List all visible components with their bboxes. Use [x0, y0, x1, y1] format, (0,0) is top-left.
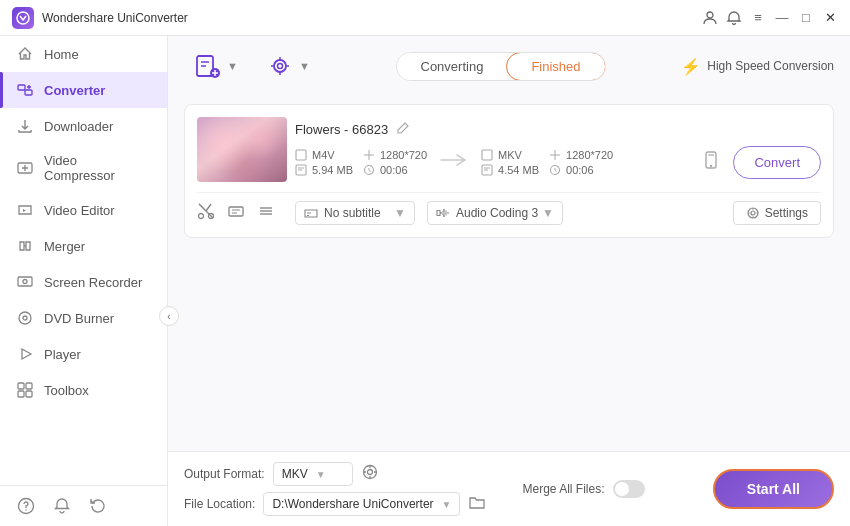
sidebar-label-dvd-burner: DVD Burner — [44, 311, 114, 326]
svg-rect-22 — [482, 150, 492, 160]
device-icon[interactable] — [697, 148, 725, 176]
converter-icon — [16, 81, 34, 99]
file-formats: M4V 5.94 MB — [295, 146, 821, 179]
bell-icon[interactable] — [52, 496, 72, 516]
audio-select[interactable]: Audio Coding 3 ▼ — [427, 201, 563, 225]
file-name-row: Flowers - 66823 — [295, 121, 821, 138]
notification-icon[interactable] — [726, 10, 742, 26]
target-size: 4.54 MB — [498, 164, 539, 176]
sidebar-item-converter[interactable]: Converter — [0, 72, 167, 108]
sidebar-collapse-button[interactable]: ‹ — [159, 306, 179, 326]
caption-icon[interactable] — [227, 202, 245, 224]
output-format-field: Output Format: MKV ▼ — [184, 462, 486, 486]
help-icon[interactable] — [16, 496, 36, 516]
target-duration: 00:06 — [566, 164, 594, 176]
speed-icon: ⚡ — [681, 57, 701, 76]
source-format-group: M4V 5.94 MB — [295, 149, 353, 176]
video-compressor-icon — [16, 159, 34, 177]
file-location-field: File Location: D:\Wondershare UniConvert… — [184, 492, 486, 516]
add-file-button[interactable]: ▼ — [184, 46, 248, 86]
file-location-value: D:\Wondershare UniConverter — [272, 497, 433, 511]
svg-rect-12 — [26, 391, 32, 397]
svg-point-34 — [751, 211, 755, 215]
file-location-select[interactable]: D:\Wondershare UniConverter ▼ — [263, 492, 460, 516]
svg-rect-9 — [18, 383, 24, 389]
close-icon[interactable]: ✕ — [822, 10, 838, 26]
subtitle-select[interactable]: No subtitle ▼ — [295, 201, 415, 225]
svg-point-14 — [25, 509, 26, 510]
audio-caret: ▼ — [542, 206, 554, 220]
settings-button[interactable]: ▼ — [256, 46, 320, 86]
tab-converting[interactable]: Converting — [397, 53, 508, 80]
output-format-label: Output Format: — [184, 467, 265, 481]
source-resolution-group: 1280*720 00:06 — [363, 149, 427, 176]
svg-rect-10 — [26, 383, 32, 389]
player-icon — [16, 345, 34, 363]
svg-point-6 — [23, 280, 27, 284]
source-size-row: 5.94 MB — [295, 164, 353, 176]
tab-finished[interactable]: Finished — [506, 52, 605, 81]
menu-icon[interactable]: ≡ — [750, 10, 766, 26]
audio-value: Audio Coding 3 — [456, 206, 538, 220]
sidebar-item-dvd-burner[interactable]: DVD Burner — [0, 300, 167, 336]
output-format-select[interactable]: MKV ▼ — [273, 462, 353, 486]
sidebar-label-downloader: Downloader — [44, 119, 113, 134]
sidebar-item-screen-recorder[interactable]: Screen Recorder — [0, 264, 167, 300]
svg-rect-5 — [18, 277, 32, 286]
titlebar: Wondershare UniConverter ≡ — □ ✕ — [0, 0, 850, 36]
sidebar-item-downloader[interactable]: Downloader — [0, 108, 167, 144]
app-body: Home Converter Downloader — [0, 36, 850, 526]
source-format-row: M4V — [295, 149, 353, 161]
sidebar-item-player[interactable]: Player — [0, 336, 167, 372]
sidebar-item-home[interactable]: Home — [0, 36, 167, 72]
svg-rect-3 — [25, 90, 32, 95]
svg-point-18 — [277, 64, 282, 69]
file-location-caret: ▼ — [442, 499, 452, 510]
target-resolution-row: 1280*720 — [549, 149, 613, 161]
sidebar-item-toolbox[interactable]: Toolbox — [0, 372, 167, 408]
settings-caret: ▼ — [299, 60, 310, 72]
more-options-icon[interactable] — [257, 202, 275, 224]
maximize-icon[interactable]: □ — [798, 10, 814, 26]
speed-label: High Speed Conversion — [707, 59, 834, 73]
refresh-icon[interactable] — [88, 496, 108, 516]
merge-files-toggle[interactable] — [613, 480, 645, 498]
merge-files-label: Merge All Files: — [522, 482, 604, 496]
svg-point-17 — [274, 60, 286, 72]
output-settings-icon[interactable] — [361, 463, 379, 485]
file-actions: No subtitle ▼ Audio Coding 3 ▼ — [197, 192, 821, 225]
file-thumbnail — [197, 117, 287, 182]
main-content: ▼ ▼ Converting Finished ⚡ High Speed Con… — [168, 36, 850, 526]
start-all-button[interactable]: Start All — [713, 469, 834, 509]
output-format-value: MKV — [282, 467, 308, 481]
sidebar-item-video-editor[interactable]: Video Editor — [0, 192, 167, 228]
file-settings-button[interactable]: Settings — [733, 201, 821, 225]
convert-button[interactable]: Convert — [733, 146, 821, 179]
sidebar-item-merger[interactable]: Merger — [0, 228, 167, 264]
target-duration-row: 00:06 — [549, 164, 613, 176]
minimize-icon[interactable]: — — [774, 10, 790, 26]
target-format: MKV — [498, 149, 522, 161]
cut-icon[interactable] — [197, 202, 215, 224]
folder-icon[interactable] — [468, 493, 486, 515]
toolbar: ▼ ▼ Converting Finished ⚡ High Speed Con… — [168, 36, 850, 96]
sidebar-label-video-compressor: Video Compressor — [44, 153, 151, 183]
settings-label: Settings — [765, 206, 808, 220]
source-duration-row: 00:06 — [363, 164, 427, 176]
video-editor-icon — [16, 201, 34, 219]
tab-container: Converting Finished — [396, 52, 606, 81]
file-name-edit-icon[interactable] — [396, 121, 410, 138]
svg-point-7 — [19, 312, 31, 324]
source-duration: 00:06 — [380, 164, 408, 176]
source-resolution: 1280*720 — [380, 149, 427, 161]
sidebar-item-video-compressor[interactable]: Video Compressor — [0, 144, 167, 192]
target-resolution-group: 1280*720 00:06 — [549, 149, 613, 176]
user-icon[interactable] — [702, 10, 718, 26]
svg-point-0 — [17, 12, 29, 24]
file-item: Flowers - 66823 — [184, 104, 834, 238]
app-logo — [12, 7, 34, 29]
sidebar: Home Converter Downloader — [0, 36, 168, 526]
source-format: M4V — [312, 149, 335, 161]
file-name-text: Flowers - 66823 — [295, 122, 388, 137]
toolbox-icon — [16, 381, 34, 399]
